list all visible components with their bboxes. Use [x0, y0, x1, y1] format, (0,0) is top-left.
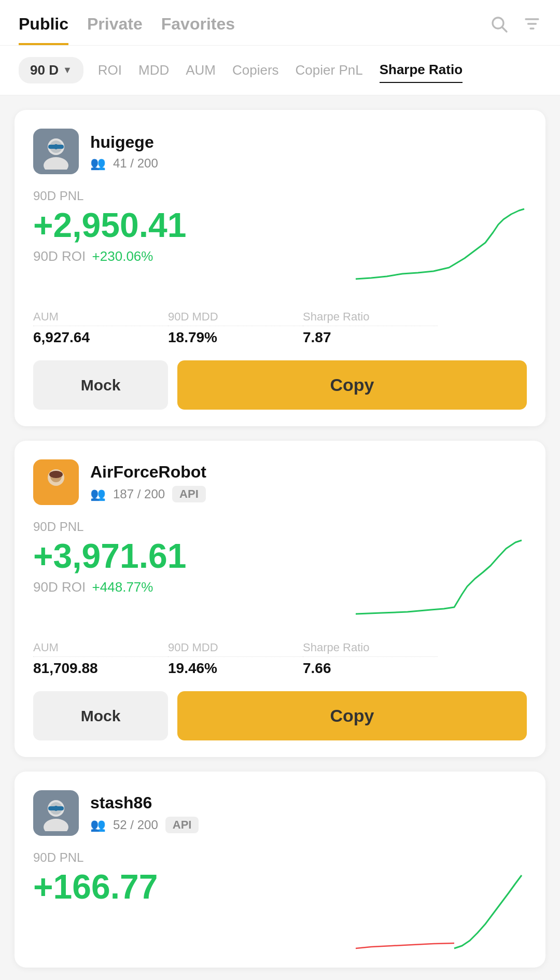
filter-button[interactable] — [523, 15, 541, 38]
stat-sharpe-label: Sharpe Ratio — [303, 641, 438, 657]
stat-sharpe-value: 7.87 — [303, 329, 438, 346]
svg-point-6 — [44, 157, 68, 170]
card-body: +2,950.41 90D ROI +230.06% — [33, 206, 527, 289]
svg-point-18 — [53, 806, 59, 811]
roi-label: 90D ROI — [33, 579, 86, 595]
copiers-count: 187 / 200 — [113, 487, 165, 501]
card-body: +166.77 — [33, 868, 527, 951]
avatar — [33, 790, 79, 836]
api-badge: API — [172, 486, 206, 502]
svg-point-11 — [44, 488, 68, 500]
stat-mdd-value: 18.79% — [168, 329, 303, 346]
pnl-value: +166.77 — [33, 868, 351, 906]
filter-bar: 90 D ▼ ROI MDD AUM Copiers Copier PnL Sh… — [0, 46, 560, 95]
pnl-label: 90D PNL — [33, 850, 527, 865]
stat-mdd-label: 90D MDD — [168, 310, 303, 326]
tab-favorites[interactable]: Favorites — [161, 15, 235, 45]
trader-name: AirForceRobot — [90, 463, 527, 482]
people-icon: 👥 — [90, 487, 106, 501]
roi-label: 90D ROI — [33, 248, 86, 264]
people-icon: 👥 — [90, 156, 106, 171]
stats-row: AUM 81,709.88 90D MDD 19.46% Sharpe Rati… — [33, 633, 527, 677]
card-left: +3,971.61 90D ROI +448.77% — [33, 537, 351, 595]
stats-row: AUM 6,927.64 90D MDD 18.79% Sharpe Ratio… — [33, 302, 527, 346]
card-left: +166.77 — [33, 868, 351, 906]
trader-card-huigege: huigege 👥 41 / 200 90D PNL +2,950.41 90D… — [15, 110, 545, 426]
pnl-value: +2,950.41 — [33, 206, 351, 244]
trader-name: huigege — [90, 133, 527, 152]
svg-point-13 — [49, 471, 63, 478]
stat-sharpe: Sharpe Ratio 7.66 — [303, 641, 438, 677]
svg-line-1 — [502, 27, 507, 32]
stat-aum-value: 6,927.64 — [33, 329, 168, 346]
filter-copier-pnl[interactable]: Copier PnL — [296, 58, 363, 82]
copy-button[interactable]: Copy — [177, 691, 527, 740]
mock-button[interactable]: Mock — [33, 691, 168, 740]
header: Public Private Favorites — [0, 0, 560, 46]
stat-aum-label: AUM — [33, 641, 168, 657]
btn-row: Mock Copy — [33, 691, 527, 740]
card-info: huigege 👥 41 / 200 — [90, 133, 527, 171]
avatar — [33, 459, 79, 505]
trader-card-stash86: stash86 👥 52 / 200 API 90D PNL +166.77 — [15, 772, 545, 968]
card-meta: 👥 41 / 200 — [90, 156, 527, 171]
card-info: AirForceRobot 👥 187 / 200 API — [90, 463, 527, 502]
stat-aum-value: 81,709.88 — [33, 660, 168, 677]
search-button[interactable] — [489, 15, 508, 38]
filter-sharpe[interactable]: Sharpe Ratio — [380, 58, 463, 83]
copy-button[interactable]: Copy — [177, 360, 527, 410]
svg-point-15 — [44, 819, 68, 831]
period-selector[interactable]: 90 D ▼ — [19, 57, 83, 83]
filter-copiers[interactable]: Copiers — [232, 58, 279, 82]
card-header: huigege 👥 41 / 200 — [33, 129, 527, 174]
card-header: AirForceRobot 👥 187 / 200 API — [33, 459, 527, 505]
stat-aum: AUM 81,709.88 — [33, 641, 168, 677]
chart-huigege — [351, 206, 527, 289]
card-left: +2,950.41 90D ROI +230.06% — [33, 206, 351, 264]
filter-aum[interactable]: AUM — [186, 58, 216, 82]
roi-value: +230.06% — [92, 248, 153, 264]
copiers-count: 41 / 200 — [113, 156, 158, 171]
card-meta: 👥 52 / 200 API — [90, 817, 527, 833]
mock-button[interactable]: Mock — [33, 360, 168, 410]
card-info: stash86 👥 52 / 200 API — [90, 793, 527, 833]
chart-airforcerobot — [351, 537, 527, 620]
cards-container: huigege 👥 41 / 200 90D PNL +2,950.41 90D… — [0, 95, 560, 980]
svg-point-9 — [53, 144, 59, 149]
trader-card-airforcerobot: AirForceRobot 👥 187 / 200 API 90D PNL +3… — [15, 441, 545, 757]
period-arrow-icon: ▼ — [63, 65, 72, 76]
trader-name: stash86 — [90, 793, 527, 813]
stat-sharpe-value: 7.66 — [303, 660, 438, 677]
copiers-count: 52 / 200 — [113, 818, 158, 832]
stat-mdd: 90D MDD 18.79% — [168, 310, 303, 346]
pnl-label: 90D PNL — [33, 189, 527, 203]
card-meta: 👥 187 / 200 API — [90, 486, 527, 502]
stat-sharpe-label: Sharpe Ratio — [303, 310, 438, 326]
stat-aum: AUM 6,927.64 — [33, 310, 168, 346]
pnl-value: +3,971.61 — [33, 537, 351, 575]
tab-public[interactable]: Public — [19, 15, 68, 45]
pnl-label: 90D PNL — [33, 520, 527, 534]
card-body: +3,971.61 90D ROI +448.77% — [33, 537, 527, 620]
stat-mdd-label: 90D MDD — [168, 641, 303, 657]
avatar — [33, 129, 79, 174]
stat-mdd: 90D MDD 19.46% — [168, 641, 303, 677]
filter-roi[interactable]: ROI — [98, 58, 122, 82]
chart-stash86 — [351, 868, 527, 951]
filter-mdd[interactable]: MDD — [138, 58, 169, 82]
stat-aum-label: AUM — [33, 310, 168, 326]
tab-private[interactable]: Private — [87, 15, 143, 45]
stat-mdd-value: 19.46% — [168, 660, 303, 677]
people-icon: 👥 — [90, 818, 106, 832]
roi-value: +448.77% — [92, 579, 153, 595]
api-badge: API — [165, 817, 199, 833]
header-actions — [489, 15, 541, 45]
header-tabs: Public Private Favorites — [19, 15, 235, 45]
card-header: stash86 👥 52 / 200 API — [33, 790, 527, 836]
stat-sharpe: Sharpe Ratio 7.87 — [303, 310, 438, 346]
btn-row: Mock Copy — [33, 360, 527, 410]
